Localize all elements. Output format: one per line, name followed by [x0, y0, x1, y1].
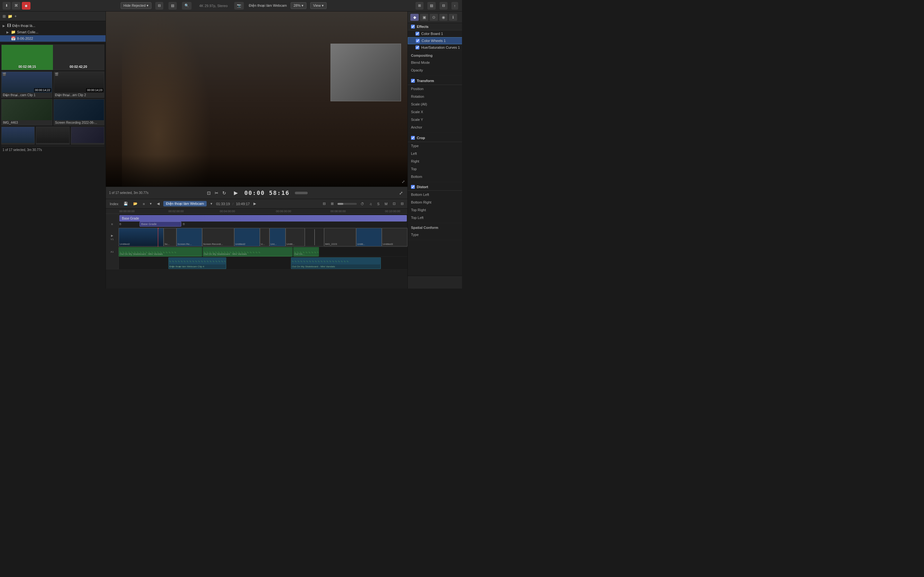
huecurves-checkbox[interactable]: [415, 45, 419, 49]
thumb-item-img4463[interactable]: IMG_4463: [1, 99, 52, 125]
tl-zoom-slider[interactable]: [338, 203, 357, 205]
v-clip-untitled2[interactable]: Untitled2: [119, 228, 164, 247]
play-btn[interactable]: ▶: [233, 189, 239, 197]
transform-checkbox[interactable]: [411, 79, 415, 83]
audio-clip-3[interactable]: Out On...: [293, 247, 319, 256]
colorboard-checkbox[interactable]: [415, 32, 419, 35]
inspector-tab-info[interactable]: ℹ: [449, 14, 457, 21]
library-tree: ▶ 🎞 Điện thoại là... ▶ 📁 Smart Colle... …: [0, 21, 105, 43]
zoom-indicator[interactable]: ⤢: [402, 179, 405, 184]
search-btn[interactable]: 🔍: [182, 2, 192, 10]
v-clip-screenrecordi[interactable]: Screen Recordi...: [202, 228, 234, 247]
thumb-item-sm1[interactable]: [1, 127, 35, 145]
index-btn[interactable]: Index: [108, 201, 120, 206]
grid-view-btn[interactable]: ⊞: [415, 2, 423, 10]
secondary-audio-1[interactable]: Điện thoại làm Webcam Clip 4: [168, 258, 226, 269]
library-item-smartcol[interactable]: ▶ 📁 Smart Colle...: [0, 29, 105, 35]
inspector-tab-media[interactable]: ▣: [420, 14, 428, 21]
scale-all-row: Scale (All) 100 % ◇: [408, 100, 462, 108]
v-clip-screenre[interactable]: Screen Re...: [176, 228, 202, 247]
thumb-time-clip2: 00:00:14;23: [86, 88, 103, 92]
thumb-img-screenrec: [54, 99, 104, 120]
tl-zoom-out[interactable]: ⊟: [321, 201, 327, 206]
top-left-row: Top Left X 0 px Y 0 px ◇: [408, 214, 462, 221]
transform-view-btn[interactable]: ↻: [221, 189, 228, 197]
v-clip-label-unt: Unt...: [270, 243, 276, 245]
timecode-display: 00:00 58:16: [244, 189, 289, 196]
v-clip-label-untitl: Untitl...: [286, 243, 294, 245]
v-clip-img2223[interactable]: IMG_2223: [324, 228, 356, 247]
share-btn[interactable]: ↑: [451, 2, 459, 10]
inspector-tab-effects[interactable]: ◆: [410, 14, 419, 21]
main-content: ⊞ 📁 + ▶ 🎞 Điện thoại là... ▶ 📁 Smart Col…: [0, 11, 462, 288]
tl-list-btn[interactable]: ≡: [142, 201, 146, 206]
v-clip-label-u1: U...: [261, 243, 265, 245]
secondary-waveform-1: [169, 258, 226, 264]
effect-row-colorboard[interactable]: Color Board 1: [408, 31, 462, 37]
crop-checkbox[interactable]: [411, 136, 415, 140]
v-clip-transition[interactable]: [305, 228, 324, 247]
distort-checkbox[interactable]: [411, 185, 415, 189]
settings-btn[interactable]: ⊟: [439, 2, 447, 10]
tl-nav-right[interactable]: ▶: [252, 201, 257, 206]
big-thumbnail-clip[interactable]: 00:02:08;15 00:02:42;20: [1, 45, 104, 70]
zoom-dropdown[interactable]: 28% ▾: [291, 2, 306, 9]
inspector-tab-clip[interactable]: ⊙: [430, 14, 438, 21]
colorwheels-checkbox[interactable]: [416, 39, 420, 43]
tl-mute-btn[interactable]: M: [383, 201, 389, 206]
key-btn[interactable]: ⌘: [12, 2, 21, 10]
v-clip-unt[interactable]: Unt...: [270, 228, 286, 247]
tl-zoom-in[interactable]: ⊞: [330, 201, 335, 206]
a1-header: A1: [106, 247, 119, 256]
tl-speed-btn[interactable]: ⏱: [359, 201, 365, 206]
tl-expand-btn[interactable]: ⊟: [399, 201, 405, 206]
library-item-dienthoai[interactable]: ▶ 🎞 Điện thoại là...: [0, 23, 105, 29]
effect-row-huecurves[interactable]: Hue/Saturation Curves 1: [408, 44, 462, 51]
tl-name-dropdown[interactable]: ▾: [209, 201, 214, 206]
thumb-item-sm3[interactable]: [71, 127, 104, 145]
base-grade-clip[interactable]: Base Grade: [140, 221, 181, 227]
tl-save-btn[interactable]: 💾: [122, 201, 129, 206]
v-clip-untitled3[interactable]: Untitled3: [382, 228, 407, 247]
filter-btn[interactable]: ▤: [168, 2, 177, 10]
camera-btn[interactable]: 📷: [234, 2, 244, 10]
thumb-item-clip2[interactable]: 🎬 00:00:14;23 Điện thoại...am Clip 2: [53, 71, 105, 98]
tl-load-btn[interactable]: 📂: [132, 201, 139, 206]
v-clip-untitled2b[interactable]: Untitled2: [234, 228, 260, 247]
v-clip-u1[interactable]: U...: [260, 228, 270, 247]
tl-solo-btn[interactable]: S: [376, 201, 381, 206]
v-clip-untitl2[interactable]: Untitl...: [356, 228, 382, 247]
effect-row-colorwheels[interactable]: Color Wheels 1: [408, 37, 462, 44]
tl-arrow-left[interactable]: ◀: [156, 201, 161, 206]
smart-col-icon: 📁: [8, 14, 13, 19]
view-dropdown[interactable]: View ▾: [310, 2, 326, 9]
library-item-event[interactable]: 📅 8-06-2022: [0, 35, 105, 42]
fullscreen-btn[interactable]: ⤢: [398, 189, 404, 197]
inspector-tab-color[interactable]: ◉: [439, 14, 447, 21]
tl-snap-btn[interactable]: ⊡: [391, 201, 397, 206]
audio-clip-1[interactable]: Out On My Skateboard - Mini Vandals: [119, 247, 202, 256]
effects-checkbox[interactable]: [411, 25, 415, 29]
thumb-item-screenrec[interactable]: Screen Recording 2022-06-...: [53, 99, 105, 125]
secondary-audio-2[interactable]: Out On My Skateboard - Mini Vandals: [291, 258, 381, 269]
tool-btn[interactable]: ✂: [213, 189, 220, 197]
tl-zoom-fill: [338, 203, 343, 205]
tl-filter-btn[interactable]: ▾: [149, 201, 153, 206]
hide-rejected-dropdown[interactable]: Hide Rejected ▾: [121, 2, 152, 9]
thumb-item-sm2[interactable]: [36, 127, 69, 145]
color-grade-bar[interactable]: Base Grade: [120, 215, 407, 221]
clip-appearance-btn[interactable]: ⊟: [155, 2, 163, 10]
crop-type-row: Type Trim ⌃ ◇: [408, 142, 462, 150]
v-clip-untitl[interactable]: Untitl...: [286, 228, 305, 247]
playback-settings-btn[interactable]: ⊡: [206, 189, 212, 197]
list-view-btn[interactable]: ▤: [427, 2, 436, 10]
v-clip-sc[interactable]: Sc...: [164, 228, 176, 247]
import-btn[interactable]: ⬇: [3, 2, 11, 10]
bottom-left-row: Bottom Left X 0 px Y 0 px ◇: [408, 191, 462, 198]
tl-audio-btn[interactable]: ♫: [368, 201, 373, 206]
opacity-row: Opacity 100,0 % ◇: [408, 66, 462, 74]
record-btn[interactable]: ⏺: [22, 2, 31, 10]
thumb-item-clip1[interactable]: 🎬 00:00:14;22 Điện thoại...cam Clip 1: [1, 71, 52, 98]
audio-clip-2[interactable]: Out On My Skateboard - Mini Vandals: [203, 247, 292, 256]
right-panel: ◆ ▣ ⊙ ◉ ℹ Base Grade 1:33:19 Effects Col…: [407, 11, 462, 288]
